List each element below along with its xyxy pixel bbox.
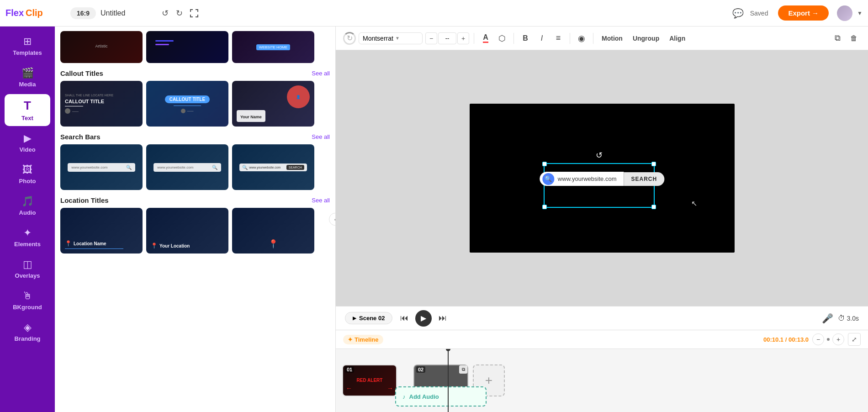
text-toolbar: ↻ Montserrat ▼ − + A ⬡ B I bbox=[336, 26, 868, 50]
zoom-out-button[interactable]: − bbox=[812, 333, 824, 345]
fill-color-button[interactable]: ⬡ bbox=[495, 32, 509, 45]
text-icon: T bbox=[24, 99, 31, 113]
layers-button[interactable]: ⧉ bbox=[831, 32, 844, 45]
scene-1-number: 01 bbox=[345, 366, 354, 373]
avatar[interactable] bbox=[837, 5, 852, 21]
bkground-icon: 🖱 bbox=[22, 290, 32, 302]
fullscreen-button[interactable] bbox=[188, 7, 200, 19]
rotate-handle[interactable]: ↺ bbox=[596, 150, 603, 160]
copy-clip-button[interactable]: ⧉ bbox=[459, 365, 467, 374]
project-title-input[interactable] bbox=[101, 9, 155, 17]
undo-button[interactable]: ↺ bbox=[160, 6, 170, 20]
skip-back-button[interactable]: ⏮ bbox=[397, 311, 412, 326]
location-card-2[interactable]: 📍 Your Location bbox=[146, 208, 228, 254]
text-color-button[interactable]: A bbox=[479, 32, 492, 45]
search-card-3[interactable]: 🔍 www.yourwebsite.com SEARCH bbox=[232, 144, 314, 190]
handle-bottom-left[interactable] bbox=[542, 205, 547, 209]
toolbar-separator-4 bbox=[593, 33, 593, 44]
font-size-increase[interactable]: + bbox=[457, 32, 469, 44]
video-icon: ▶ bbox=[24, 132, 32, 144]
template-card-top-1[interactable]: Artistic bbox=[60, 31, 143, 63]
align-button[interactable]: ≡ bbox=[551, 32, 565, 45]
playback-controls: ⏮ ▶ ⏭ bbox=[397, 310, 450, 327]
timeline-star-icon: ✦ bbox=[348, 336, 353, 343]
location-card-3[interactable]: 📍 bbox=[232, 208, 314, 254]
redo-button[interactable]: ↻ bbox=[174, 6, 185, 20]
callout-see-all[interactable]: See all bbox=[312, 70, 330, 77]
sidebar-item-audio[interactable]: 🎵 Audio bbox=[5, 191, 50, 221]
playhead-top bbox=[446, 349, 450, 351]
expand-timeline-button[interactable]: ⤢ bbox=[848, 333, 861, 346]
sidebar-item-branding[interactable]: ◈ Branding bbox=[5, 317, 50, 347]
microphone-button[interactable]: 🎤 bbox=[822, 313, 833, 324]
motion-button[interactable]: Motion bbox=[598, 33, 626, 44]
avatar-caret[interactable]: ▼ bbox=[857, 10, 863, 16]
aspect-ratio-button[interactable]: 16:9 bbox=[70, 7, 96, 19]
sidebar-item-video[interactable]: ▶ Video bbox=[5, 128, 50, 158]
scene-button[interactable]: ▶ Scene 02 bbox=[345, 312, 392, 324]
sidebar-item-text[interactable]: T Text bbox=[5, 94, 50, 126]
callout-card-2[interactable]: CALLOUT TITLE —— bbox=[146, 81, 228, 127]
search-card-2[interactable]: www.yourwebsite.com 🔍 bbox=[146, 144, 228, 190]
scene-2-number: 02 bbox=[416, 366, 425, 373]
play-button[interactable]: ▶ bbox=[415, 310, 432, 327]
callout-card-1[interactable]: SHALL THE LINE LOCATE HERE CALLOUT TITLE… bbox=[60, 81, 143, 127]
italic-icon: I bbox=[541, 34, 543, 42]
handle-top-right[interactable] bbox=[651, 162, 656, 166]
audio-icon: 🎵 bbox=[21, 195, 34, 207]
toolbar-separator-3 bbox=[570, 33, 570, 44]
music-note-icon: ♪ bbox=[402, 393, 406, 400]
font-size-input[interactable] bbox=[438, 32, 456, 44]
sidebar-item-elements[interactable]: ✦ Elements bbox=[5, 222, 50, 252]
sidebar-item-overlays[interactable]: ◫ Overlays bbox=[5, 254, 50, 284]
zoom-in-button[interactable]: + bbox=[832, 333, 844, 345]
sidebar-item-bkground[interactable]: 🖱 BKground bbox=[5, 285, 50, 315]
timeline-area: ✦ Timeline 00:10.1 / 00:13.0 − + ⤢ bbox=[336, 330, 868, 412]
media-icon: 🎬 bbox=[21, 67, 34, 79]
canvas[interactable]: ↺ 🔍 www.yourwebsite.com SEARCH ↖ ↖ bbox=[470, 104, 735, 253]
export-button[interactable]: Export → bbox=[778, 5, 829, 21]
callout-card-3[interactable]: Your Name 👤 bbox=[232, 81, 314, 127]
add-audio-button[interactable]: ♪ Add Audio bbox=[395, 386, 487, 407]
location-see-all[interactable]: See all bbox=[312, 197, 330, 204]
italic-button[interactable]: I bbox=[535, 32, 549, 45]
logo-clip: Clip bbox=[26, 8, 43, 18]
delete-button[interactable]: 🗑 bbox=[847, 32, 861, 45]
chat-icon-button[interactable]: 💬 bbox=[730, 6, 746, 21]
template-card-top-2[interactable] bbox=[146, 31, 228, 63]
timeline-badge: ✦ Timeline bbox=[343, 335, 383, 344]
handle-bottom-right[interactable] bbox=[651, 205, 656, 209]
toolbar-separator-1 bbox=[474, 33, 474, 44]
overlays-icon: ◫ bbox=[23, 259, 32, 270]
font-name: Montserrat bbox=[363, 35, 393, 42]
location-section-title: Location Titles bbox=[60, 196, 109, 204]
toolbar-separator-2 bbox=[513, 33, 514, 44]
canvas-search-bar-element[interactable]: 🔍 www.yourwebsite.com SEARCH ↖ bbox=[540, 172, 664, 186]
handle-top-left[interactable] bbox=[542, 162, 547, 166]
font-size-control: − + bbox=[425, 32, 469, 44]
sidebar-item-media[interactable]: 🎬 Media bbox=[5, 63, 50, 92]
bold-button[interactable]: B bbox=[519, 32, 532, 45]
sidebar-item-label-text: Text bbox=[21, 115, 33, 121]
search-see-all[interactable]: See all bbox=[312, 133, 330, 140]
align-text-button[interactable]: Align bbox=[666, 33, 689, 44]
text-style-button[interactable]: ◉ bbox=[575, 32, 588, 45]
add-scene-icon: + bbox=[485, 373, 492, 388]
sidebar-item-photo[interactable]: 🖼 Photo bbox=[5, 159, 50, 189]
canvas-container: ↺ 🔍 www.yourwebsite.com SEARCH ↖ ↖ bbox=[336, 50, 868, 306]
font-size-decrease[interactable]: − bbox=[425, 32, 437, 44]
location-card-1[interactable]: 📍 Location Name bbox=[60, 208, 143, 254]
sidebar-item-templates[interactable]: ⊞ Templates bbox=[5, 31, 50, 61]
search-card-1[interactable]: www.yourwebsite.com 🔍 bbox=[60, 144, 143, 190]
panel-collapse-button[interactable]: ‹ bbox=[329, 213, 336, 226]
ungroup-button[interactable]: Ungroup bbox=[629, 33, 663, 44]
location-section-header: Location Titles See all bbox=[60, 196, 330, 204]
delete-icon: 🗑 bbox=[850, 34, 857, 42]
scene-clip-1[interactable]: 01 RED ALERT ← → bbox=[342, 364, 397, 396]
skip-forward-button[interactable]: ⏭ bbox=[435, 311, 450, 326]
fill-color-icon: ⬡ bbox=[498, 33, 506, 43]
time-indicator: 00:10.1 / 00:13.0 bbox=[763, 336, 809, 343]
font-selector[interactable]: Montserrat ▼ bbox=[359, 32, 423, 44]
template-card-top-3[interactable]: WEBSITE HOME bbox=[232, 31, 314, 63]
right-arrow-deco: → bbox=[387, 385, 393, 392]
